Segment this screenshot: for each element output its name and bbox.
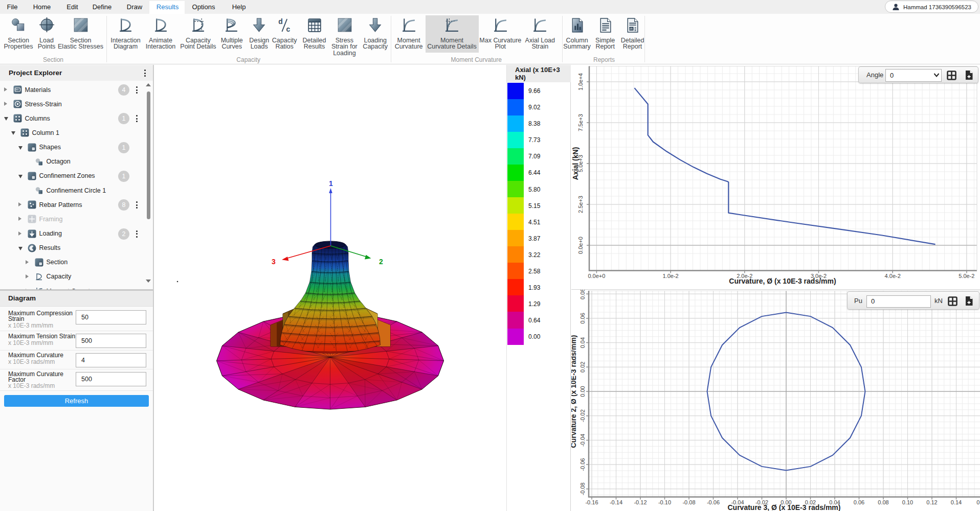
svg-text:0.06: 0.06 [580,313,586,323]
svg-text:0.14: 0.14 [951,499,962,505]
svg-text:2: 2 [379,258,383,266]
svg-text:Axial (kN): Axial (kN) [571,147,580,180]
svg-text:0.12: 0.12 [926,499,937,505]
svg-text:0.08: 0.08 [580,290,586,299]
svg-text:Curvature, Ø (x 10E-3 rads/mm): Curvature, Ø (x 10E-3 rads/mm) [729,277,836,285]
svg-text:-0.06: -0.06 [580,458,586,471]
svg-text:0.00: 0.00 [580,386,586,397]
svg-text:4.0e-2: 4.0e-2 [885,273,901,279]
svg-text:-0.14: -0.14 [610,499,622,505]
svg-text:7.5e+3: 7.5e+3 [577,114,584,131]
svg-text:0.0e+0: 0.0e+0 [577,237,584,254]
svg-text:5.0e-2: 5.0e-2 [959,273,974,279]
svg-text:0.06: 0.06 [854,499,864,505]
svg-text:0.0e+0: 0.0e+0 [588,273,605,279]
svg-text:-0.08: -0.08 [682,499,695,505]
svg-text:0.04: 0.04 [580,337,586,348]
svg-text:0.10: 0.10 [902,499,913,505]
svg-text:1: 1 [329,179,333,188]
svg-text:-0.10: -0.10 [658,499,671,505]
svg-text:-0.06: -0.06 [707,499,720,505]
svg-text:-0.12: -0.12 [634,499,647,505]
svg-text:-0.16: -0.16 [585,499,598,505]
svg-text:0.02: 0.02 [580,362,586,373]
svg-text:Curvature 2, Ø (x 10E-3 rads/m: Curvature 2, Ø (x 10E-3 rads/mm) [571,335,577,448]
svg-text:-0.02: -0.02 [580,409,586,422]
svg-text:-0.08: -0.08 [580,482,586,495]
svg-text:0.1: 0.1 [976,499,980,505]
svg-text:2.5e+3: 2.5e+3 [577,196,584,213]
svg-text:1.0e-2: 1.0e-2 [662,273,678,279]
svg-text:1.0e+4: 1.0e+4 [577,73,584,90]
svg-text:0.08: 0.08 [878,499,888,505]
svg-text:3: 3 [272,258,276,266]
svg-text:Curvature 3, Ø (x 10E-3 rads/m: Curvature 3, Ø (x 10E-3 rads/mm) [728,503,841,511]
svg-text:-0.04: -0.04 [580,434,586,447]
